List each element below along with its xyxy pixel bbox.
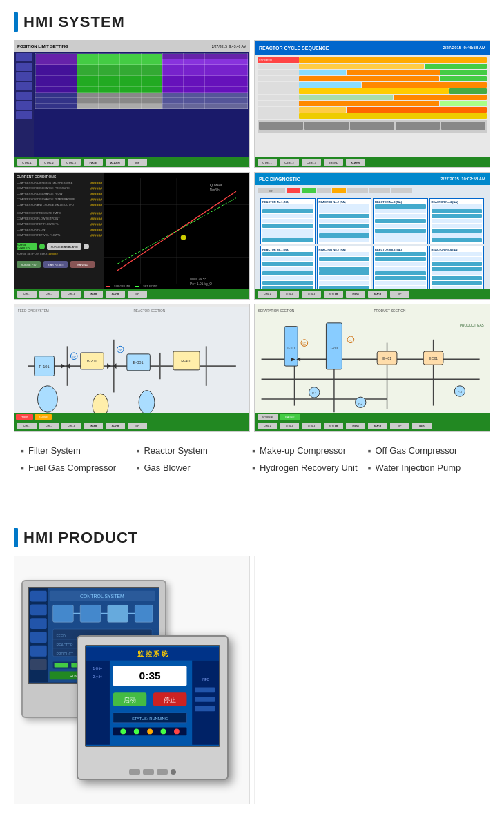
feature-item-water: ▪ Water Injection Pump	[368, 463, 484, 474]
bullet-4: ▪	[137, 463, 140, 474]
hmi-screen-6[interactable]: SEPARATION SECTION PRODUCT SECTION T-101	[254, 304, 490, 432]
svg-point-123	[174, 728, 180, 734]
svg-text:Q MAX: Q MAX	[210, 183, 223, 187]
svg-text:E-401: E-401	[382, 357, 391, 360]
feature-label-water: Water Injection Pump	[375, 463, 461, 473]
bullet-2: ▪	[21, 463, 24, 474]
hmi-product-image-2	[254, 556, 490, 804]
svg-rect-41	[255, 307, 490, 429]
svg-point-9	[181, 235, 186, 240]
svg-rect-128	[195, 706, 215, 711]
svg-rect-80	[30, 659, 47, 670]
svg-text:PRODUCT SECTION: PRODUCT SECTION	[374, 309, 406, 313]
feature-item-makeup: ▪ Make-up Compressor	[252, 445, 368, 457]
svg-text:PC: PC	[349, 340, 353, 342]
feature-col-3: ▪ Make-up Compressor ▪ Hydrogen Recovery…	[252, 445, 368, 474]
svg-point-28	[38, 386, 58, 412]
svg-rect-86	[135, 605, 153, 622]
feature-label-offgas: Off Gas Compressor	[375, 445, 457, 456]
feature-col-1: ▪ Filter System ▪ Fuel Gas Compressor	[21, 445, 137, 474]
svg-rect-85	[108, 605, 128, 622]
bullet-1: ▪	[21, 445, 24, 457]
svg-point-30	[139, 391, 155, 414]
bullet-3: ▪	[137, 445, 140, 457]
svg-rect-77	[30, 618, 47, 629]
bullet-8: ▪	[368, 463, 371, 474]
svg-text:0:35: 0:35	[139, 669, 161, 681]
feature-col-2: ▪ Reactor System ▪ Gas Blower	[137, 445, 253, 474]
svg-text:R-401: R-401	[181, 359, 192, 363]
hmi-screenshot-grid: POSITION LIMIT SETTING 2/27/2015 9:43:46…	[0, 40, 504, 432]
svg-text:PRODUCT GAS: PRODUCT GAS	[460, 324, 484, 327]
feature-item-fuel-gas: ▪ Fuel Gas Compressor	[21, 463, 137, 474]
hmi-product-grid: CONTROL SYSTEM FEED	[0, 556, 504, 814]
svg-text:INFO: INFO	[202, 677, 210, 681]
bullet-6: ▪	[252, 463, 255, 474]
svg-rect-83	[53, 605, 74, 622]
svg-text:T-201: T-201	[330, 347, 339, 350]
bullet-5: ▪	[252, 445, 255, 457]
feature-list: ▪ Filter System ▪ Fuel Gas Compressor ▪ …	[0, 432, 504, 495]
feature-item-gas-blower: ▪ Gas Blower	[137, 463, 253, 474]
svg-text:REACTOR: REACTOR	[57, 643, 73, 646]
hmi-product-section: HMI PRODUCT	[0, 516, 504, 556]
section-icon	[14, 12, 18, 32]
svg-point-119	[120, 728, 126, 734]
svg-rect-78	[30, 632, 47, 643]
svg-text:FEED GAS SYSTEM: FEED GAS SYSTEM	[18, 309, 49, 313]
svg-text:P-2: P-2	[358, 403, 362, 405]
product-section-icon	[14, 528, 18, 547]
svg-rect-107	[86, 660, 110, 744]
svg-text:P-1: P-1	[312, 392, 316, 395]
feature-col-4: ▪ Off Gas Compressor ▪ Water Injection P…	[368, 445, 484, 474]
hmi-system-title: HMI SYSTEM	[23, 13, 125, 31]
svg-rect-75	[30, 590, 47, 601]
svg-point-121	[147, 728, 153, 734]
svg-text:E-301: E-301	[133, 360, 143, 365]
svg-text:Po= 1.01  kg_O: Po= 1.01 kg_O	[190, 282, 212, 286]
svg-rect-127	[195, 697, 215, 702]
svg-text:1 分钟: 1 分钟	[93, 666, 102, 670]
hmi-system-section: HMI SYSTEM	[0, 0, 504, 40]
feature-label-gas-blower: Gas Blower	[144, 463, 190, 473]
svg-text:FEED: FEED	[57, 634, 66, 638]
svg-text:REACTOR SECTION: REACTOR SECTION	[133, 309, 165, 313]
svg-rect-124	[192, 660, 219, 744]
svg-text:P-3: P-3	[458, 391, 462, 394]
hmi-screen-3[interactable]: CURRENT CONDITIONS COMPRESSOR DIFFERENTI…	[14, 172, 250, 300]
svg-point-122	[161, 728, 166, 734]
feature-label-fuel-gas: Fuel Gas Compressor	[28, 463, 116, 473]
svg-rect-126	[195, 687, 215, 692]
svg-text:STATUS: RUNNING: STATUS: RUNNING	[132, 717, 168, 721]
svg-text:FIC: FIC	[72, 356, 76, 359]
svg-text:V-201: V-201	[87, 359, 97, 363]
hmi-screen-1[interactable]: POSITION LIMIT SETTING 2/27/2015 9:43:46…	[14, 40, 250, 168]
feature-label-filter: Filter System	[28, 445, 81, 456]
hmi-screen-4[interactable]: PLC DIAGNOSTIC 2/27/2015 10:02:58 AM OK	[254, 172, 490, 300]
hmi-screen-2[interactable]: REACTOR CYCLE SEQUENCE 2/27/2015 9:46:58…	[254, 40, 490, 168]
svg-text:Nm3/h: Nm3/h	[210, 188, 220, 192]
svg-text:E-501: E-501	[429, 357, 438, 360]
svg-text:TIC: TIC	[118, 349, 122, 352]
svg-text:启动: 启动	[124, 696, 136, 703]
svg-rect-84	[80, 605, 101, 622]
bullet-7: ▪	[368, 445, 371, 457]
feature-label-makeup: Make-up Compressor	[260, 445, 346, 456]
feature-item-reactor: ▪ Reactor System	[137, 445, 253, 457]
feature-item-filter: ▪ Filter System	[21, 445, 137, 457]
svg-text:监 控 系 统: 监 控 系 统	[137, 650, 168, 657]
svg-rect-97	[55, 663, 68, 667]
svg-text:CONTROL SYSTEM: CONTROL SYSTEM	[80, 593, 124, 598]
svg-text:PRODUCT: PRODUCT	[57, 652, 73, 655]
svg-text:T-101: T-101	[287, 347, 296, 350]
hmi-product-image-1[interactable]: CONTROL SYSTEM FEED	[14, 556, 250, 804]
svg-point-120	[134, 728, 139, 734]
svg-text:SEPARATION SECTION: SEPARATION SECTION	[258, 309, 295, 313]
feature-label-hydrogen: Hydrogen Recovery Unit	[260, 463, 358, 473]
hmi-screen-5[interactable]: P-101 V-201 E-301 R-401	[14, 304, 250, 432]
svg-text:停止: 停止	[164, 696, 176, 703]
feature-item-offgas: ▪ Off Gas Compressor	[368, 445, 484, 457]
svg-text:2 小时: 2 小时	[93, 674, 102, 678]
hmi-product-title: HMI PRODUCT	[23, 529, 138, 547]
feature-item-hydrogen: ▪ Hydrogen Recovery Unit	[252, 463, 368, 474]
